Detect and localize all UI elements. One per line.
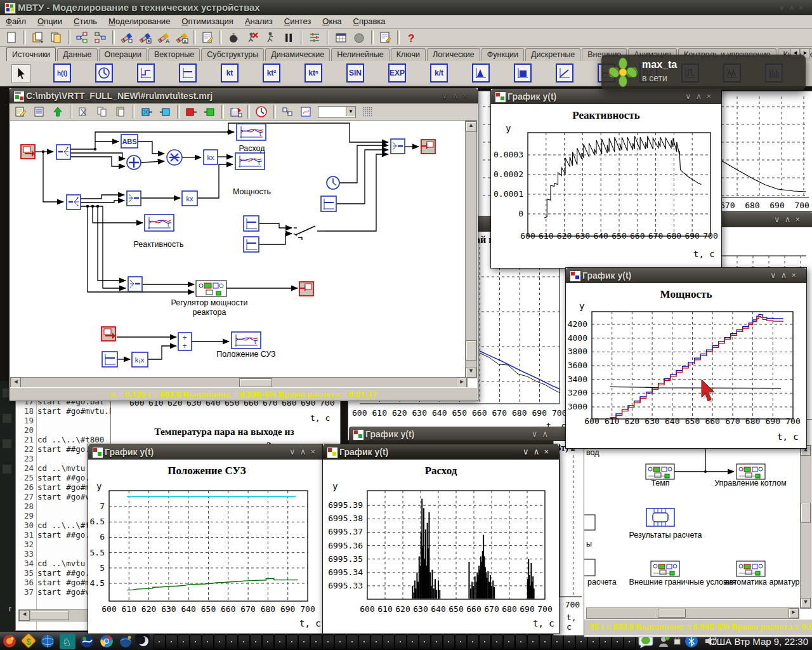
menu-item-4[interactable]: Оптимизация (176, 15, 239, 27)
palette-block-kt[interactable]: kt (221, 64, 239, 82)
toolbar-open-button[interactable] (29, 29, 46, 46)
f-titlebar[interactable]: График y(t) ∨ ∧ (349, 427, 576, 446)
palette-block-SIN[interactable]: SIN (346, 64, 364, 82)
toolbar-torch3-button[interactable]: A (155, 29, 172, 46)
menu-item-8[interactable]: Справка (348, 15, 391, 27)
taskbar-window-button-14[interactable] (322, 634, 334, 650)
palette-block-k/t[interactable]: k/t (430, 64, 448, 82)
block-gain-ki[interactable]: k¡x (132, 352, 148, 367)
f-window-buttons[interactable]: ∨ ∧ (532, 427, 548, 442)
palette-block-ramp[interactable] (556, 64, 573, 82)
taskbar-window-button-18[interactable] (370, 634, 383, 650)
taskbar-window-button-7[interactable] (238, 634, 250, 650)
boiler-hscrollbar[interactable]: ► (586, 607, 799, 619)
toolbar-torch4-button[interactable]: A (173, 29, 190, 46)
taskbar-window-button-3[interactable] (190, 634, 202, 650)
palette-block-h(t)[interactable]: h(t) (53, 64, 71, 82)
toolbar-table-button[interactable] (332, 29, 350, 46)
taskbar-window-button-2[interactable] (178, 634, 190, 650)
palette-block-EXP[interactable]: EXP (388, 64, 406, 82)
launcher-kde-app-icon[interactable] (2, 633, 18, 649)
menu-item-2[interactable]: Стиль (68, 15, 103, 27)
toolbar-run-button[interactable] (262, 29, 279, 46)
block-mux-2[interactable] (391, 139, 405, 154)
launcher-globe-icon[interactable] (40, 633, 56, 649)
schematic-toolbar-portg-button[interactable] (201, 103, 218, 120)
toolbar-runx-button[interactable] (244, 29, 261, 46)
taskbar-window-button-25[interactable] (455, 634, 467, 650)
taskbar-window-button-15[interactable] (334, 634, 346, 650)
launcher-network-icon[interactable] (118, 633, 134, 649)
schematic-toolbar-portr-button[interactable] (183, 103, 200, 120)
block-demux-2[interactable] (67, 195, 81, 209)
palette-cursor-tool[interactable] (11, 64, 30, 83)
block-demux-1[interactable] (56, 145, 70, 159)
block-abs[interactable]: ABS (121, 135, 138, 148)
block-external-conditions[interactable] (651, 561, 679, 576)
rashod-titlebar[interactable]: График y(t) ∨ ∧ × (323, 444, 559, 460)
toolbar-tree2-button[interactable] (92, 29, 109, 46)
schematic-vscrollbar[interactable]: ▲ ▼ (465, 121, 477, 378)
palette-block-ktn[interactable]: ktⁿ (304, 64, 322, 82)
block-constant-4[interactable] (102, 352, 117, 367)
palette-block-kt2[interactable]: kt² (263, 64, 280, 82)
taskbar-window-button-20[interactable] (395, 634, 407, 650)
suz-titlebar[interactable]: График y(t) ∨ ∧ × (88, 444, 325, 460)
schematic-toolbar-portx-button[interactable] (138, 103, 155, 120)
taskbar-window-button-22[interactable] (419, 634, 431, 650)
menu-item-3[interactable]: Моделирование (103, 15, 176, 27)
tab-9[interactable]: Функции (481, 48, 524, 61)
block-boiler-control[interactable] (737, 464, 765, 479)
main-window-buttons[interactable]: ∨ ∧ × (779, 0, 803, 15)
menu-item-5[interactable]: Анализ (239, 15, 278, 27)
taskbar-window-button-19[interactable] (383, 634, 395, 650)
block-constant-3[interactable] (244, 237, 259, 252)
schematic-toolbar-gridico-button[interactable] (359, 103, 376, 120)
schematic-toolbar-note2-button[interactable] (13, 103, 30, 120)
schematic-toolbar-list-button[interactable] (31, 103, 48, 120)
reactivity-window-buttons[interactable]: ∨ ∧ × (685, 89, 711, 104)
taskbar-window-button-4[interactable] (202, 634, 214, 650)
taskbar-window-button-28[interactable] (491, 634, 503, 650)
tab-4[interactable]: Субструктуры (201, 48, 264, 61)
block-input-port-2[interactable] (102, 327, 115, 341)
toolbar-tree1-button[interactable] (74, 29, 91, 46)
block-switch[interactable] (294, 226, 325, 240)
block-results-chip[interactable] (646, 508, 674, 526)
block-graph-rashod[interactable] (237, 124, 266, 140)
schematic-window-buttons[interactable]: ∨ ∧ × (442, 88, 468, 103)
block-temp[interactable] (646, 464, 674, 479)
taskbar-window-button-33[interactable] (551, 634, 563, 650)
taskbar-window-button-13[interactable] (310, 634, 322, 650)
schematic-toolbar-paster-button[interactable] (112, 103, 129, 120)
taskbar-window-button-32[interactable] (539, 634, 551, 650)
toolbar-stop-button[interactable] (351, 29, 368, 46)
taskbar-window-button-16[interactable] (346, 634, 358, 650)
block-sum[interactable] (127, 156, 141, 169)
toolbar-calc-button[interactable] (377, 29, 394, 46)
toolbar-jug-button[interactable] (225, 29, 242, 46)
block-graph-reaktivnost[interactable] (145, 215, 174, 231)
schematic-toolbar-portc-button[interactable] (157, 103, 174, 120)
block-constant-1[interactable] (321, 196, 336, 211)
launcher-chess-icon[interactable]: ♘ (60, 633, 75, 649)
icq-notification-popup[interactable]: max_ta в сети (601, 55, 806, 90)
power-window-buttons[interactable]: ∨ ∧ × (770, 268, 796, 283)
block-output-port-2[interactable] (299, 282, 313, 296)
schematic-titlebar[interactable]: C:\mbty\VRTT_FULL_NEW\#ru\mvtu\test.mrj … (10, 88, 478, 103)
palette-block-step[interactable] (137, 64, 155, 82)
taskbar-window-button-31[interactable] (527, 634, 539, 650)
schematic-toolbar-saveport-button[interactable] (227, 103, 244, 120)
taskbar-window-button-8[interactable] (250, 634, 262, 650)
launcher-finance-icon[interactable]: $ (21, 633, 37, 649)
schematic-toolbar-cutr-button[interactable] (75, 103, 93, 120)
taskbar-window-button-26[interactable] (467, 634, 479, 650)
block-gain-kx2[interactable]: kx (182, 191, 197, 206)
tab-6[interactable]: Нелинейные (331, 48, 390, 61)
suz-window-buttons[interactable]: ∨ ∧ × (289, 444, 315, 460)
block-gain-kx1[interactable]: kx (204, 150, 218, 164)
launcher-media-icon[interactable] (134, 633, 150, 649)
menu-item-7[interactable]: Окна (317, 15, 347, 27)
tab-10[interactable]: Дискретные (525, 48, 580, 61)
schematic-canvas[interactable]: t (10, 121, 466, 377)
